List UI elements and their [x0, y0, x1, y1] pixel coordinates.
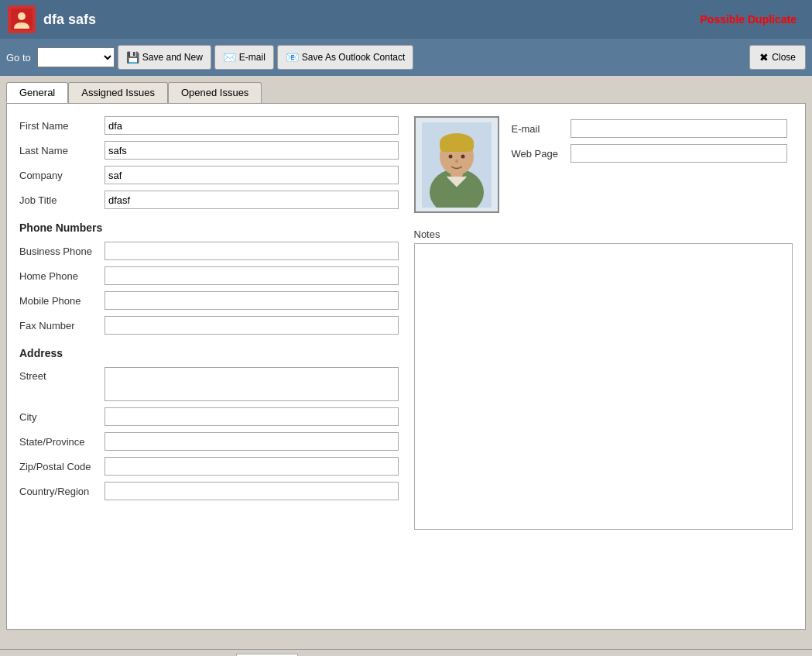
state-label: State/Province [19, 436, 104, 448]
address-section-heading: Address [19, 347, 399, 359]
last-name-label: Last Name [19, 145, 104, 156]
email-icon: ✉️ [223, 51, 236, 64]
job-title-row: Job Title [19, 191, 399, 209]
zip-row: Zip/Postal Code [19, 457, 399, 476]
mobile-phone-input[interactable] [104, 291, 399, 310]
svg-rect-7 [440, 141, 474, 152]
notes-label: Notes [414, 228, 793, 240]
country-input[interactable] [104, 482, 399, 500]
save-new-icon: 💾 [126, 51, 139, 64]
fax-number-label: Fax Number [19, 320, 104, 331]
app-icon [8, 5, 36, 33]
street-row: Street [19, 367, 399, 401]
company-row: Company [19, 166, 399, 184]
business-phone-label: Business Phone [19, 246, 104, 257]
title-bar: dfa safs Possible Duplicate [0, 0, 812, 39]
toolbar: Go to 💾 Save and New ✉️ E-mail 📧 Save As… [0, 39, 812, 76]
window-title: dfa safs [43, 12, 701, 28]
goto-select[interactable] [37, 47, 115, 67]
fax-number-row: Fax Number [19, 316, 399, 335]
main-content: General Assigned Issues Opened Issues Fi… [0, 76, 812, 649]
last-name-input[interactable] [104, 141, 399, 160]
close-button[interactable]: ✖ Close [749, 45, 806, 70]
svg-point-8 [448, 154, 452, 158]
goto-label: Go to [6, 52, 31, 64]
state-row: State/Province [19, 432, 399, 451]
state-input[interactable] [104, 432, 399, 451]
status-bar: Record: |◀ ◀ 1 of 1 ▶ ▶| ▶* ⚑ No Filter [0, 649, 812, 656]
fax-number-input[interactable] [104, 316, 399, 335]
avatar-image [422, 122, 492, 208]
outlook-icon: 📧 [286, 51, 299, 64]
avatar-container[interactable] [414, 116, 499, 213]
tab-opened-issues[interactable]: Opened Issues [168, 82, 262, 103]
job-title-input[interactable] [104, 191, 399, 209]
svg-point-10 [455, 159, 458, 163]
email-row: E-mail [512, 119, 787, 138]
last-name-row: Last Name [19, 141, 399, 160]
city-label: City [19, 411, 104, 423]
email-input[interactable] [570, 119, 787, 138]
svg-point-9 [461, 154, 464, 158]
contact-info-fields: E-mail Web Page [512, 116, 787, 163]
city-input[interactable] [104, 407, 399, 426]
zip-input[interactable] [104, 457, 399, 476]
webpage-label: Web Page [512, 148, 566, 160]
country-label: Country/Region [19, 486, 104, 497]
mobile-phone-row: Mobile Phone [19, 291, 399, 310]
street-label: Street [19, 370, 104, 382]
tab-strip: General Assigned Issues Opened Issues [6, 82, 806, 103]
form-panel: First Name Last Name Company Job Title P… [6, 103, 806, 630]
save-outlook-button[interactable]: 📧 Save As Outlook Contact [277, 45, 413, 70]
tab-general[interactable]: General [6, 82, 68, 103]
first-name-row: First Name [19, 116, 399, 135]
home-phone-input[interactable] [104, 266, 399, 285]
company-input[interactable] [104, 166, 399, 184]
webpage-input[interactable] [570, 144, 787, 163]
zip-label: Zip/Postal Code [19, 461, 104, 472]
first-name-input[interactable] [104, 116, 399, 135]
search-input[interactable] [236, 654, 298, 657]
business-phone-input[interactable] [104, 242, 399, 260]
svg-point-1 [18, 12, 26, 20]
company-label: Company [19, 170, 104, 181]
close-icon: ✖ [759, 51, 769, 64]
left-column: First Name Last Name Company Job Title P… [19, 116, 399, 532]
email-button[interactable]: ✉️ E-mail [214, 45, 274, 70]
first-name-label: First Name [19, 120, 104, 132]
city-row: City [19, 407, 399, 426]
home-phone-row: Home Phone [19, 266, 399, 285]
phone-section-heading: Phone Numbers [19, 222, 399, 234]
save-new-button[interactable]: 💾 Save and New [118, 45, 211, 70]
home-phone-label: Home Phone [19, 270, 104, 282]
webpage-row: Web Page [512, 144, 787, 163]
job-title-label: Job Title [19, 194, 104, 206]
country-row: Country/Region [19, 482, 399, 500]
business-phone-row: Business Phone [19, 242, 399, 260]
street-input[interactable] [104, 367, 399, 401]
notes-textarea[interactable] [414, 243, 793, 530]
mobile-phone-label: Mobile Phone [19, 295, 104, 307]
tab-assigned-issues[interactable]: Assigned Issues [68, 82, 168, 103]
duplicate-warning: Possible Duplicate [701, 13, 797, 26]
email-label: E-mail [512, 123, 566, 135]
right-column: E-mail Web Page Notes [414, 116, 793, 532]
